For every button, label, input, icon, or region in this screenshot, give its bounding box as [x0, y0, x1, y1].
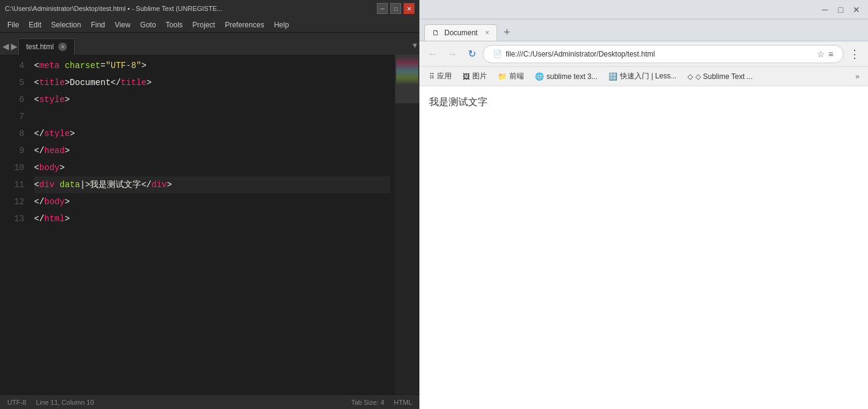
line-num-5: 5: [5, 74, 24, 91]
menu-file[interactable]: File: [2, 19, 24, 30]
menu-edit[interactable]: Edit: [24, 19, 46, 30]
browser-page-text: 我是测试文字: [429, 96, 858, 109]
bookmark-more-button[interactable]: »: [852, 70, 863, 83]
browser-tab-close-button[interactable]: ×: [485, 29, 489, 37]
bookmark-less-label: 快速入门 | Less...: [620, 71, 677, 81]
browser-bookmarks-bar: ⠿ 应用 🖼 图片 📁 前端 🌐 sublime text 3... 🔠 快速入…: [419, 67, 868, 86]
browser-panel: ─ □ ✕ 🗋 Document × + ← → ↻ 📄 file:///C:/…: [419, 0, 868, 409]
menu-help[interactable]: Help: [269, 19, 294, 30]
browser-url-bar[interactable]: 📄 file:///C:/Users/Administrator/Desktop…: [483, 45, 844, 63]
code-line-10: <body>: [34, 159, 390, 176]
menu-goto[interactable]: Goto: [136, 19, 161, 30]
tab-nav-right-icon[interactable]: ▶: [11, 41, 18, 51]
code-line-13: </html>: [34, 210, 390, 227]
bookmark-frontend[interactable]: 📁 前端: [493, 69, 529, 83]
code-line-8: </style>: [34, 125, 390, 142]
status-position: Line 11, Column 10: [36, 399, 94, 406]
url-text: file:///C:/Users/Administrator/Desktop/t…: [506, 50, 817, 58]
bookmark-images-label: 图片: [472, 71, 487, 81]
code-line-12: </body>: [34, 193, 390, 210]
browser-content-area: 我是测试文字: [419, 86, 868, 409]
bookmark-less[interactable]: 🔠 快速入门 | Less...: [604, 69, 681, 83]
code-line-5: <title>Document</title>: [34, 74, 390, 91]
browser-tab-title: Document: [444, 29, 478, 37]
status-syntax[interactable]: HTML: [394, 399, 412, 406]
menu-view[interactable]: View: [110, 19, 136, 30]
tab-nav-left-icon[interactable]: ◀: [2, 41, 9, 51]
bookmark-apps-label: 应用: [437, 71, 452, 81]
browser-maximize-button[interactable]: □: [834, 3, 847, 16]
bookmark-less-icon: 🔠: [608, 72, 618, 81]
line-num-13: 13: [5, 210, 24, 227]
menu-selection[interactable]: Selection: [46, 19, 86, 30]
browser-refresh-button[interactable]: ↻: [463, 46, 480, 63]
line-num-11: 11: [5, 176, 24, 193]
browser-new-tab-button[interactable]: +: [498, 24, 515, 41]
line-num-7: 7: [5, 108, 24, 125]
reader-mode-icon[interactable]: ≡: [828, 49, 833, 59]
editor-status-bar: UTF-8 Line 11, Column 10 Tab Size: 4 HTM…: [0, 394, 419, 409]
bookmark-apps[interactable]: ⠿ 应用: [424, 69, 456, 83]
line-num-4: 4: [5, 57, 24, 74]
browser-back-button[interactable]: ←: [424, 46, 441, 63]
browser-close-button[interactable]: ✕: [850, 3, 863, 16]
browser-tab-page-icon: 🗋: [432, 29, 439, 37]
line-num-6: 6: [5, 91, 24, 108]
bookmark-sublime3-icon: 🌐: [535, 72, 544, 81]
editor-tab-bar: ◀ ▶ test.html × ▾: [0, 33, 419, 55]
status-tab-size[interactable]: Tab Size: 4: [351, 399, 384, 406]
bookmark-sublime-icon: ◇: [687, 72, 693, 81]
editor-minimap: [395, 55, 419, 394]
editor-minimize-button[interactable]: ─: [377, 3, 388, 14]
bookmark-sublime-text[interactable]: ◇ ◇ Sublime Text ...: [683, 70, 757, 83]
browser-menu-button[interactable]: ⋮: [846, 46, 863, 63]
url-file-icon: 📄: [493, 50, 502, 58]
tab-dropdown-icon[interactable]: ▾: [413, 40, 417, 50]
code-line-11: <div data|>我是测试文字</div>: [34, 176, 390, 193]
tab-filename: test.html: [26, 43, 53, 51]
bookmark-images[interactable]: 🖼 图片: [458, 69, 492, 83]
editor-title-text: C:\Users\Administrator\Desktop\test.html…: [5, 5, 222, 12]
line-num-8: 8: [5, 125, 24, 142]
browser-minimize-button[interactable]: ─: [818, 3, 832, 16]
bookmark-star-icon[interactable]: ☆: [817, 49, 825, 59]
bookmark-frontend-label: 前端: [509, 71, 524, 81]
editor-code-content[interactable]: <meta charset="UTF-8"> <title>Document</…: [29, 55, 395, 394]
code-line-7: [34, 108, 390, 125]
browser-forward-button[interactable]: →: [444, 46, 461, 63]
editor-maximize-button[interactable]: □: [390, 3, 401, 14]
editor-menu-bar: File Edit Selection Find View Goto Tools…: [0, 17, 419, 33]
browser-tab-document[interactable]: 🗋 Document ×: [424, 24, 497, 41]
editor-window-controls: ─ □ ✕: [377, 3, 415, 14]
bookmark-frontend-icon: 📁: [498, 72, 507, 81]
menu-find[interactable]: Find: [86, 19, 109, 30]
url-action-icons: ☆ ≡: [817, 49, 833, 59]
menu-preferences[interactable]: Preferences: [220, 19, 269, 30]
browser-address-bar: ← → ↻ 📄 file:///C:/Users/Administrator/D…: [419, 41, 868, 67]
browser-title-bar: ─ □ ✕: [419, 0, 868, 19]
bookmark-sublime-label: ◇ Sublime Text ...: [695, 72, 753, 81]
line-num-9: 9: [5, 142, 24, 159]
line-num-12: 12: [5, 193, 24, 210]
status-encoding: UTF-8: [7, 399, 26, 406]
editor-title-bar: C:\Users\Administrator\Desktop\test.html…: [0, 0, 419, 17]
browser-tab-bar: 🗋 Document × +: [419, 19, 868, 41]
bookmark-sublime3[interactable]: 🌐 sublime text 3...: [530, 70, 602, 83]
bookmark-sublime3-label: sublime text 3...: [546, 72, 598, 81]
line-num-10: 10: [5, 159, 24, 176]
code-line-4: <meta charset="UTF-8">: [34, 57, 390, 74]
editor-tab-test-html[interactable]: test.html ×: [18, 38, 75, 55]
menu-tools[interactable]: Tools: [161, 19, 188, 30]
bookmark-images-icon: 🖼: [463, 72, 470, 81]
bookmark-apps-icon: ⠿: [429, 72, 435, 81]
minimap-preview: [396, 56, 418, 129]
code-line-9: </head>: [34, 142, 390, 159]
code-line-6: <style>: [34, 91, 390, 108]
editor-panel: C:\Users\Administrator\Desktop\test.html…: [0, 0, 419, 409]
editor-code-area: 4 5 6 7 8 9 10 11 12 13 <meta charset="U…: [0, 55, 419, 394]
editor-close-button[interactable]: ✕: [404, 3, 415, 14]
editor-line-numbers: 4 5 6 7 8 9 10 11 12 13: [0, 55, 29, 394]
menu-project[interactable]: Project: [188, 19, 220, 30]
tab-close-button[interactable]: ×: [58, 43, 67, 51]
